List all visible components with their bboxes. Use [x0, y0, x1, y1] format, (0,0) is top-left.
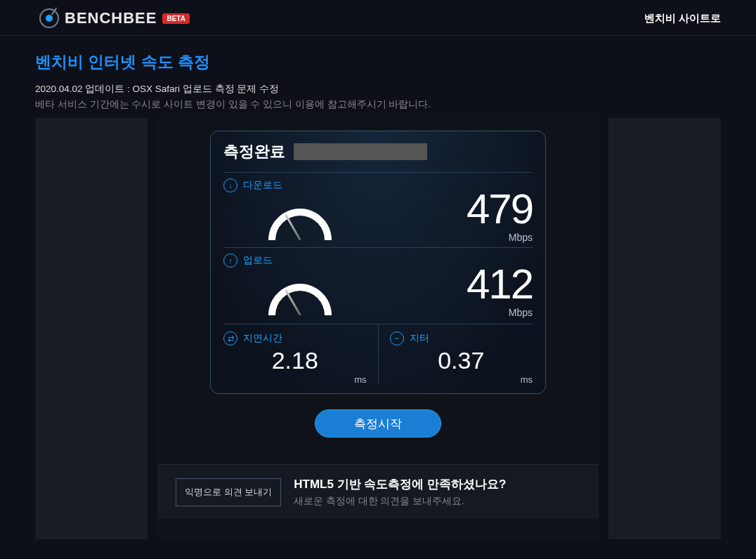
download-label: 다운로드: [243, 179, 282, 192]
download-unit: Mbps: [360, 232, 533, 243]
upload-gauge-icon: [259, 266, 343, 315]
feedback-subtitle: 새로운 측정에 대한 의견을 보내주세요.: [294, 495, 506, 508]
status-row: 측정완료: [223, 141, 533, 162]
download-gauge-row: 479 Mbps: [223, 188, 533, 243]
jitter-icon: ~: [390, 331, 404, 346]
upload-label: 업로드: [243, 254, 273, 267]
gauge-logo-icon: [39, 8, 59, 28]
jitter-value: 0.37: [390, 347, 533, 374]
download-gauge-icon: [259, 191, 343, 240]
download-value: 479: [360, 188, 533, 230]
latency-unit: ms: [223, 374, 367, 385]
left-ad-slot: [35, 118, 148, 539]
download-icon: ↓: [223, 178, 237, 192]
latency-label-row: ⇄ 지연시간: [223, 331, 367, 346]
latency-icon: ⇄: [223, 331, 237, 346]
download-value-block: 479 Mbps: [360, 188, 533, 243]
feedback-texts: HTML5 기반 속도측정에 만족하셨나요? 새로운 측정에 대한 의견을 보내…: [294, 476, 506, 508]
site-link[interactable]: 벤치비 사이트로: [644, 12, 721, 25]
feedback-bar: 익명으로 의견 보내기 HTML5 기반 속도측정에 만족하셨나요? 새로운 측…: [157, 464, 599, 519]
ip-masked-box: [294, 143, 427, 160]
jitter-section: ~ 지터 0.37 ms: [379, 324, 533, 385]
latency-label: 지연시간: [243, 332, 282, 345]
page-title: 벤치비 인터넷 속도 측정: [35, 51, 721, 73]
start-button[interactable]: 측정시작: [315, 409, 441, 438]
header: BENCHBEE BETA 벤치비 사이트로: [0, 0, 756, 36]
feedback-title: HTML5 기반 속도측정에 만족하셨나요?: [294, 476, 506, 492]
jitter-label-row: ~ 지터: [390, 331, 533, 346]
small-metrics: ⇄ 지연시간 2.18 ms ~ 지터 0.37 ms: [223, 324, 533, 385]
latency-value: 2.18: [223, 347, 367, 374]
beta-notice: 베타 서비스 기간에는 수시로 사이트 변경이 있을 수 있으니 이용에 참고해…: [35, 98, 721, 111]
result-card: 측정완료 ↓ 다운로드 479 Mbps: [210, 131, 546, 394]
logo-group: BENCHBEE BETA: [39, 8, 190, 28]
jitter-label: 지터: [410, 332, 429, 345]
main-panel: 측정완료 ↓ 다운로드 479 Mbps: [157, 118, 599, 539]
upload-value: 412: [360, 263, 533, 305]
upload-unit: Mbps: [360, 307, 533, 318]
feedback-button[interactable]: 익명으로 의견 보내기: [176, 478, 281, 506]
update-notice: 2020.04.02 업데이트 : OSX Safari 업로드 측정 문제 수…: [35, 83, 721, 96]
right-ad-slot: [608, 118, 721, 539]
brand-name: BENCHBEE: [65, 9, 157, 27]
upload-value-block: 412 Mbps: [360, 263, 533, 318]
upload-icon: ↑: [223, 254, 237, 268]
jitter-unit: ms: [390, 374, 533, 385]
latency-section: ⇄ 지연시간 2.18 ms: [223, 324, 379, 385]
upload-gauge-row: 412 Mbps: [223, 263, 533, 318]
status-text: 측정완료: [223, 141, 285, 162]
download-section: ↓ 다운로드 479 Mbps: [223, 172, 533, 243]
upload-section: ↑ 업로드 412 Mbps: [223, 247, 533, 318]
beta-badge: BETA: [162, 13, 189, 24]
content: 벤치비 인터넷 속도 측정 2020.04.02 업데이트 : OSX Safa…: [0, 36, 756, 539]
three-column-layout: 측정완료 ↓ 다운로드 479 Mbps: [35, 118, 721, 539]
